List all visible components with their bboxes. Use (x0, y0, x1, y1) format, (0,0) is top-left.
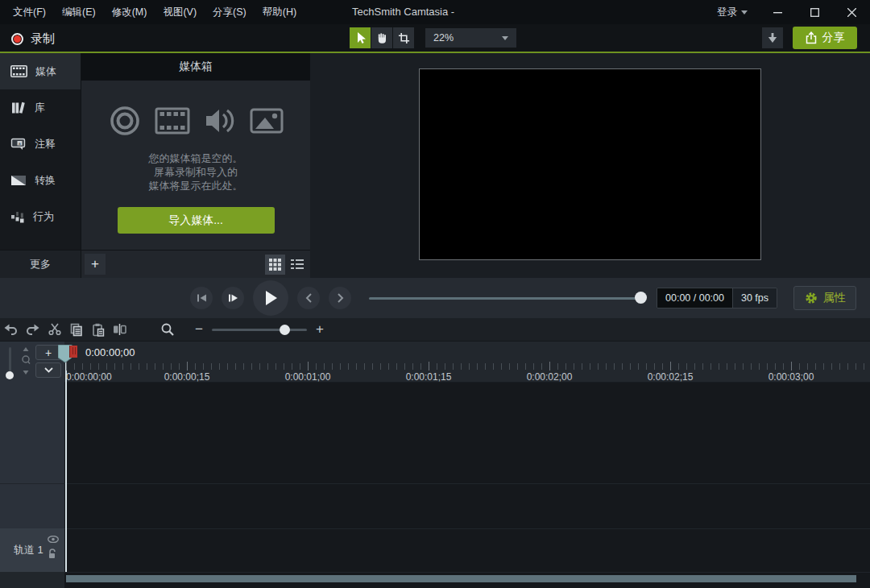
ruler-tick (251, 363, 252, 370)
track-options-button[interactable] (35, 362, 61, 378)
ruler-tick (356, 363, 357, 370)
menu-view[interactable]: 视图(V) (155, 0, 205, 24)
ruler-tick (179, 363, 180, 370)
track-lock-icon[interactable] (48, 549, 57, 559)
empty-text-line: 媒体将显示在此处。 (149, 179, 243, 193)
ruler-tick (485, 363, 486, 370)
menu-share[interactable]: 分享(S) (205, 0, 255, 24)
close-button[interactable] (833, 0, 870, 24)
ruler-tick (396, 363, 397, 370)
playback-scrubber[interactable] (369, 297, 646, 300)
ruler-tick (670, 362, 671, 371)
crop-tool-button[interactable] (393, 27, 414, 48)
track-visibility-eye-icon[interactable] (48, 536, 59, 543)
ruler-tick (324, 363, 325, 370)
fps-display[interactable]: 30 fps (732, 288, 777, 308)
chevron-down-icon (502, 36, 508, 40)
timeline-corner (0, 572, 64, 588)
copy-button[interactable] (65, 318, 87, 341)
sidebar-item-label: 行为 (33, 209, 54, 224)
minimize-button[interactable] (759, 0, 796, 24)
add-media-button[interactable]: + (85, 254, 106, 275)
chevron-left-icon (305, 293, 313, 303)
paste-button[interactable] (87, 318, 109, 341)
ruler-tick (686, 363, 687, 370)
playhead-time: 0:00:00;00 (85, 346, 135, 358)
sidebar: 媒体 库 a 注释 (0, 53, 81, 278)
sidebar-item-transitions[interactable]: 转换 (0, 162, 81, 198)
ruler-tick (267, 363, 268, 370)
timeline-tracks-area[interactable] (64, 382, 870, 588)
canvas-zoom-select[interactable]: 22% (425, 28, 516, 48)
ruler-tick (276, 363, 276, 370)
empty-text-line: 屏幕录制和导入的 (149, 165, 243, 179)
annotation-icon: a (10, 138, 27, 151)
timeline-horizontal-scrollbar[interactable] (66, 575, 856, 582)
split-button[interactable] (109, 318, 130, 341)
track-header[interactable]: 轨道 1 (0, 528, 64, 572)
empty-text-line: 您的媒体箱是空的。 (149, 151, 243, 165)
media-bin-footer: + (81, 250, 310, 278)
pan-tool-button[interactable] (371, 27, 392, 48)
ruler-tick (147, 363, 147, 370)
menu-edit[interactable]: 编辑(E) (54, 0, 104, 24)
preview-stage[interactable] (419, 68, 761, 260)
timeline-zoom-knob[interactable] (280, 325, 290, 335)
sidebar-more-button[interactable]: 更多 (0, 250, 81, 278)
playhead-out-flag[interactable] (69, 346, 77, 358)
ruler-tick (678, 363, 679, 370)
track-height-slider[interactable] (9, 347, 11, 375)
svg-text:a: a (19, 140, 21, 145)
redo-button[interactable] (22, 318, 44, 341)
menu-file[interactable]: 文件(F) (5, 0, 54, 24)
undo-button[interactable] (0, 318, 22, 341)
transition-icon (10, 175, 27, 186)
sidebar-item-media[interactable]: 媒体 (0, 53, 81, 89)
ruler-tick (380, 363, 381, 370)
step-forward-button[interactable] (222, 287, 244, 309)
list-view-button[interactable] (287, 255, 307, 275)
ruler-tick (727, 363, 727, 370)
ruler-tick (203, 363, 204, 370)
ruler-tick (775, 363, 776, 370)
sidebar-item-library[interactable]: 库 (0, 89, 81, 126)
previous-frame-button[interactable] (190, 287, 213, 309)
jump-forward-button[interactable] (329, 287, 351, 309)
menu-help[interactable]: 帮助(H) (255, 0, 304, 24)
track-height-knob[interactable] (6, 371, 14, 379)
ruler-tick (791, 362, 792, 371)
ruler-tick (574, 363, 574, 370)
import-media-button[interactable]: 导入媒体... (118, 207, 275, 234)
sidebar-item-behaviors[interactable]: 行为 (0, 198, 81, 234)
ruler-tick (130, 363, 131, 370)
ruler-tick (437, 363, 437, 370)
plus-icon: + (45, 346, 52, 359)
ruler-tick (340, 363, 341, 370)
ruler-label: 0:00:02;00 (527, 371, 573, 383)
cut-button[interactable] (44, 318, 65, 341)
zoom-to-fit-icon[interactable] (20, 347, 31, 375)
ruler-label: 0:00:01;15 (406, 371, 452, 383)
record-button[interactable]: 录制 (6, 28, 60, 49)
timeline-zoom-in-button[interactable]: + (310, 321, 329, 337)
playback-scrubber-knob[interactable] (635, 292, 647, 304)
login-button[interactable]: 登录 (706, 0, 759, 24)
ruler-tick (122, 363, 123, 370)
login-label: 登录 (717, 6, 737, 19)
maximize-button[interactable] (796, 0, 833, 24)
share-button[interactable]: 分享 (793, 27, 857, 49)
sidebar-item-annotations[interactable]: a 注释 (0, 126, 81, 162)
download-button[interactable] (762, 27, 783, 48)
timeline-zoom-button[interactable] (156, 318, 178, 341)
timeline-zoom-out-button[interactable]: − (189, 321, 209, 337)
grid-view-button[interactable] (265, 255, 285, 275)
time-display: 00:00 / 00:00 30 fps (657, 288, 777, 308)
play-button[interactable] (253, 280, 288, 316)
behavior-icon (10, 210, 25, 223)
select-tool-button[interactable] (350, 27, 371, 48)
properties-button[interactable]: 属性 (793, 286, 856, 310)
menu-modify[interactable]: 修改(M) (104, 0, 155, 24)
timeline-zoom-slider[interactable] (212, 329, 307, 331)
jump-back-button[interactable] (297, 287, 320, 309)
ruler-tick (759, 363, 760, 370)
